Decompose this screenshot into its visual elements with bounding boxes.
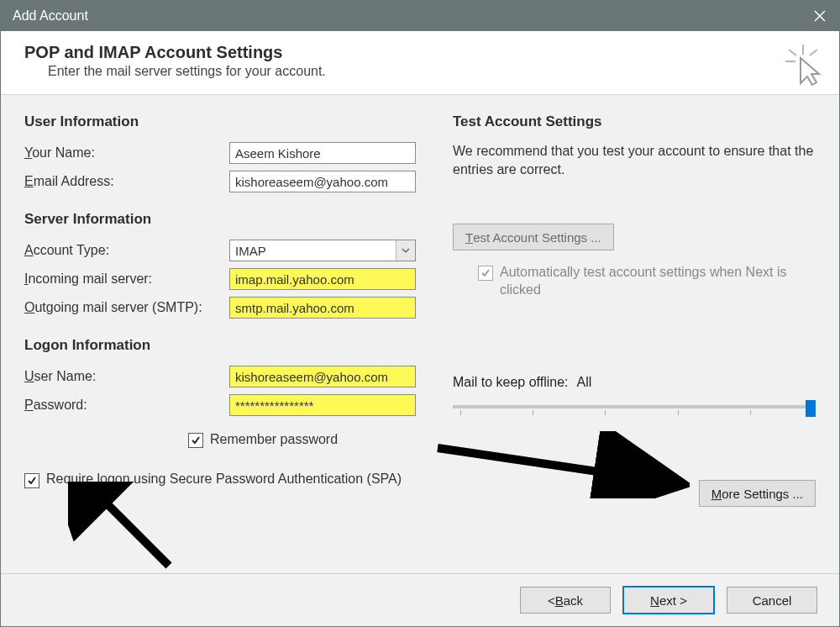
account-type-value: IMAP [230, 244, 396, 258]
user-name-input[interactable] [229, 366, 416, 387]
add-account-dialog: Add Account POP and IMAP Account Setting… [0, 0, 840, 627]
incoming-server-input[interactable] [229, 268, 416, 290]
check-icon [27, 476, 37, 486]
remember-password-label: Remember password [210, 432, 338, 447]
user-information-heading: User Information [24, 113, 436, 130]
incoming-server-label: Incoming mail server: [24, 271, 229, 287]
cancel-button[interactable]: Cancel [727, 587, 817, 614]
cursor-click-icon [782, 43, 824, 89]
close-button[interactable] [801, 1, 839, 31]
outgoing-server-input[interactable] [229, 297, 416, 319]
your-name-input[interactable] [229, 142, 416, 164]
window-title: Add Account [13, 8, 88, 24]
check-icon [480, 268, 491, 278]
account-type-select[interactable]: IMAP [229, 240, 416, 261]
auto-test-checkbox[interactable] [478, 266, 493, 281]
svg-line-4 [810, 50, 817, 55]
remember-password-checkbox[interactable] [188, 433, 203, 448]
password-input[interactable] [229, 394, 416, 416]
header-band: POP and IMAP Account Settings Enter the … [1, 31, 839, 95]
account-type-label: Account Type: [24, 243, 229, 258]
left-column: User Information Your Name: Email Addres… [24, 113, 436, 573]
dialog-body: User Information Your Name: Email Addres… [1, 95, 839, 573]
mail-offline-value: All [577, 375, 592, 390]
spa-label: Require logon using Secure Password Auth… [46, 472, 402, 487]
check-icon [191, 435, 201, 445]
server-information-heading: Server Information [24, 211, 436, 228]
test-account-text: We recommend that you test your account … [453, 142, 816, 178]
logon-information-heading: Logon Information [24, 337, 436, 354]
spa-checkbox[interactable] [24, 473, 39, 488]
slider-thumb[interactable] [806, 400, 816, 417]
slider-track [453, 405, 816, 408]
auto-test-label: Automatically test account settings when… [500, 264, 816, 299]
mail-offline-label: Mail to keep offline: [453, 375, 569, 390]
header-subtitle: Enter the mail server settings for your … [48, 64, 816, 79]
more-settings-button[interactable]: More Settings ... [699, 480, 816, 507]
next-button[interactable]: Next > [622, 586, 715, 614]
back-button[interactable]: < Back [520, 587, 611, 614]
chevron-down-icon [402, 248, 410, 253]
outgoing-server-label: Outgoing mail server (SMTP): [24, 300, 229, 315]
close-icon [814, 10, 826, 22]
user-name-label: User Name: [24, 369, 229, 384]
test-account-settings-button[interactable]: Test Account Settings ... [453, 224, 614, 250]
mail-offline-slider[interactable] [453, 398, 816, 419]
header-title: POP and IMAP Account Settings [24, 43, 816, 62]
button-bar: < Back Next > Cancel [1, 573, 839, 626]
titlebar: Add Account [1, 1, 839, 31]
your-name-label: Your Name: [24, 145, 229, 161]
email-address-input[interactable] [229, 171, 416, 192]
test-account-heading: Test Account Settings [453, 113, 816, 130]
account-type-dropdown-button[interactable] [396, 240, 415, 261]
password-label: Password: [24, 398, 229, 413]
email-address-label: Email Address: [24, 174, 229, 189]
svg-line-3 [789, 50, 796, 55]
